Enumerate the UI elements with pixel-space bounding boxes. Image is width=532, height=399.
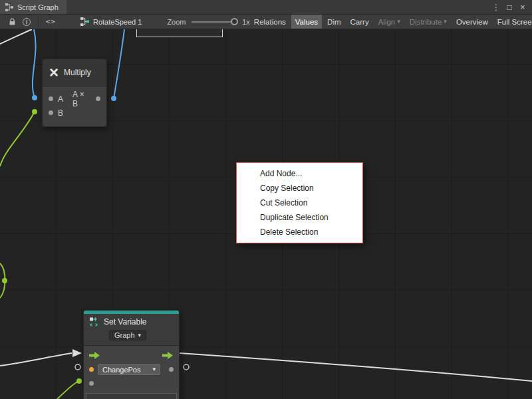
- wire-green-left: [0, 263, 5, 298]
- overview-button[interactable]: Overview: [452, 15, 492, 29]
- dim-label: Dim: [327, 18, 340, 26]
- wire-green-bottom: [57, 381, 78, 399]
- set-variable-title: Set Variable: [104, 317, 146, 327]
- port-endpoint-green-b: [32, 109, 37, 114]
- node-sub-panel: [86, 393, 177, 399]
- tab-script-graph[interactable]: Script Graph: [0, 0, 66, 14]
- output-port[interactable]: [96, 96, 100, 101]
- graph-asset-icon: [80, 17, 89, 26]
- relations-button[interactable]: Relations: [250, 15, 290, 29]
- menu-item-add-node[interactable]: Add Node...: [237, 166, 362, 181]
- graph-name: RotateSpeed 1: [93, 18, 142, 26]
- chevron-down-icon: ▾: [138, 332, 142, 338]
- multiply-row-a: A A × B: [43, 92, 106, 106]
- port-endpoint-blue-a: [32, 95, 37, 100]
- input-port-b[interactable]: [49, 110, 53, 115]
- window-controls: ⋮ □ ×: [491, 0, 532, 14]
- edit-code-button[interactable]: <>: [43, 15, 59, 29]
- multiply-node[interactable]: × Multiply A A × B B: [42, 59, 107, 127]
- port-outline-left: [75, 364, 80, 370]
- port-label-out: A × B: [72, 90, 91, 108]
- value-input-port[interactable]: [89, 381, 94, 386]
- overview-label: Overview: [456, 18, 488, 26]
- full-screen-label: Full Screen: [497, 18, 532, 26]
- port-endpoint-green-left: [2, 278, 7, 283]
- info-icon: [23, 18, 31, 26]
- variable-row: ChangePos ▾: [84, 362, 179, 376]
- wire-white-topleft: [0, 29, 32, 44]
- relations-label: Relations: [254, 18, 286, 26]
- close-icon[interactable]: ×: [517, 3, 528, 12]
- lock-button[interactable]: [5, 15, 19, 29]
- wire-green-b: [0, 112, 35, 166]
- titlebar: Script Graph ⋮ □ ×: [0, 0, 532, 15]
- menu-item-delete-selection[interactable]: Delete Selection: [237, 225, 362, 239]
- variable-scope-dropdown[interactable]: Graph ▾: [109, 330, 146, 340]
- full-screen-button[interactable]: Full Screen: [493, 15, 532, 29]
- port-endpoint-blue-out: [111, 96, 116, 101]
- chevron-down-icon: ▾: [397, 19, 400, 25]
- menu-item-duplicate-selection[interactable]: Duplicate Selection: [237, 210, 362, 225]
- chevron-down-icon: ▾: [152, 366, 156, 372]
- variable-input-port[interactable]: [89, 367, 94, 372]
- wire-white-in: [0, 353, 72, 366]
- value-row: [84, 376, 179, 390]
- context-menu: Add Node... Copy Selection Cut Selection…: [236, 162, 363, 243]
- port-endpoint-green-bottom: [76, 378, 82, 384]
- zoom-slider-track[interactable]: [192, 21, 237, 23]
- toolbar-button-group: Relations Values Dim Carry Align▾ Distri…: [250, 15, 532, 29]
- zoom-value: 1x: [242, 18, 250, 26]
- wire-white-out: [180, 353, 532, 381]
- port-outline-right: [184, 364, 189, 370]
- menu-item-cut-selection[interactable]: Cut Selection: [237, 196, 362, 210]
- set-variable-body: ChangePos ▾: [84, 346, 179, 399]
- set-variable-icon: [89, 317, 100, 327]
- variable-scope-label: Graph: [114, 331, 135, 339]
- graph-canvas[interactable]: × Multiply A A × B B: [0, 29, 532, 399]
- distribute-label: Distribute: [410, 18, 442, 26]
- wire-blue-out: [114, 29, 124, 98]
- script-graph-icon: [5, 3, 13, 11]
- flow-arrowhead: [72, 349, 82, 357]
- toolbar-divider: [38, 17, 39, 27]
- code-icon: <>: [46, 17, 56, 26]
- align-label: Align: [378, 18, 396, 26]
- lock-icon: [9, 18, 16, 26]
- multiply-node-header[interactable]: × Multiply: [43, 59, 106, 86]
- flow-output-arrow-icon[interactable]: [162, 352, 174, 359]
- port-label-a: A: [58, 94, 63, 104]
- clipped-node-fragment[interactable]: [136, 29, 223, 37]
- port-label-b: B: [58, 108, 63, 118]
- zoom-slider[interactable]: [192, 15, 237, 29]
- tab-label: Script Graph: [17, 3, 59, 11]
- align-button[interactable]: Align▾: [374, 15, 404, 29]
- multiply-node-body: A A × B B: [43, 86, 106, 126]
- flow-input-arrow-icon[interactable]: [89, 352, 100, 359]
- dim-button[interactable]: Dim: [323, 15, 344, 29]
- window-menu-icon[interactable]: ⋮: [491, 3, 501, 12]
- zoom-label: Zoom: [167, 18, 186, 26]
- script-graph-window: Script Graph ⋮ □ × <>: [0, 0, 532, 399]
- flow-row: [84, 348, 179, 362]
- graph-toolbar: <> RotateSpeed 1 Zoom 1x Relations Value…: [0, 15, 532, 29]
- set-variable-node[interactable]: Set Variable Graph ▾: [83, 310, 180, 399]
- set-variable-header[interactable]: Set Variable Graph ▾: [84, 314, 179, 346]
- zoom-slider-knob[interactable]: [231, 18, 238, 25]
- info-button[interactable]: [19, 15, 34, 29]
- values-button[interactable]: Values: [291, 15, 322, 29]
- graph-breadcrumb[interactable]: RotateSpeed 1: [80, 17, 142, 26]
- carry-button[interactable]: Carry: [346, 15, 373, 29]
- distribute-button[interactable]: Distribute▾: [406, 15, 451, 29]
- values-label: Values: [295, 18, 318, 26]
- multiply-icon: ×: [49, 65, 59, 80]
- chevron-down-icon: ▾: [444, 19, 447, 25]
- multiply-node-title: Multiply: [64, 68, 91, 77]
- wire-blue-a: [33, 29, 36, 98]
- input-port-a[interactable]: [49, 96, 53, 101]
- carry-label: Carry: [350, 18, 369, 26]
- variable-name-dropdown[interactable]: ChangePos ▾: [98, 364, 160, 375]
- menu-item-copy-selection[interactable]: Copy Selection: [237, 181, 362, 196]
- variable-output-port[interactable]: [169, 367, 174, 372]
- maximize-icon[interactable]: □: [504, 3, 515, 12]
- variable-name-label: ChangePos: [102, 366, 141, 374]
